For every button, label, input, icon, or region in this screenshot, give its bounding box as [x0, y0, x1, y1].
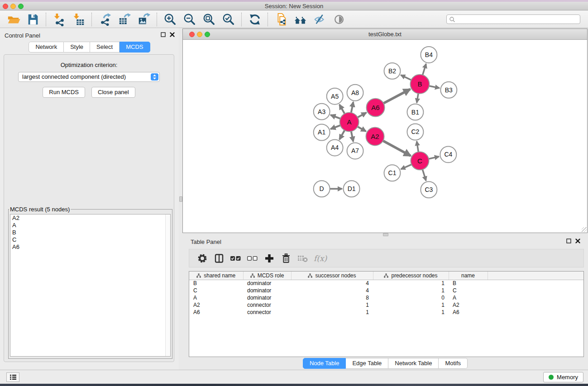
table-cell[interactable]: C	[189, 287, 243, 294]
close-panel-icon[interactable]	[170, 32, 175, 37]
table-cell[interactable]: 1	[291, 301, 373, 309]
graph-node-A8[interactable]: A8	[347, 85, 363, 101]
table-cell[interactable]: dominator	[243, 287, 291, 294]
run-mcds-button[interactable]: Run MCDS	[43, 87, 85, 98]
table-cell[interactable]: 4	[291, 287, 373, 294]
table-row[interactable]: A2connector11A2	[189, 301, 583, 309]
table-cell[interactable]: connector	[243, 309, 291, 316]
zoom-out-button[interactable]	[180, 12, 199, 27]
select-stepper-icon[interactable]	[151, 73, 158, 81]
graph-node-C4[interactable]: C4	[440, 146, 456, 162]
table-cell[interactable]: A2	[189, 301, 243, 309]
table-row[interactable]: Cdominator41C	[189, 287, 583, 294]
clone-network-button[interactable]	[271, 12, 291, 27]
close-panel-button[interactable]: Close panel	[91, 87, 135, 98]
delete-row-button[interactable]	[277, 251, 294, 266]
close-panel-icon[interactable]	[575, 238, 580, 243]
network-window-titlebar[interactable]: testGlobe.txt	[183, 29, 587, 40]
memory-button[interactable]: Memory	[543, 372, 583, 382]
graph-node-C3[interactable]: C3	[421, 181, 437, 198]
node-table[interactable]: shared nameMCDS rolesuccessor nodesprede…	[189, 272, 583, 316]
table-cell[interactable]: A	[189, 294, 243, 301]
hide-selected-button[interactable]	[310, 12, 330, 27]
tab-network-table[interactable]: Network Table	[388, 358, 439, 369]
graph-node-A7[interactable]: A7	[347, 143, 363, 159]
graph-node-B2[interactable]: B2	[384, 63, 401, 79]
graph-node-D1[interactable]: D1	[344, 181, 360, 197]
show-columns-button[interactable]	[210, 251, 227, 266]
graph-node-A2[interactable]: A2	[366, 128, 384, 146]
table-cell[interactable]: connector	[243, 301, 291, 309]
graph-node-A6[interactable]: A6	[367, 99, 385, 117]
graph-node-C[interactable]: C	[411, 152, 429, 170]
task-history-button[interactable]	[6, 372, 19, 382]
column-header-name[interactable]: name	[449, 272, 488, 280]
search-input[interactable]	[446, 14, 580, 24]
table-cell[interactable]: B	[449, 280, 488, 287]
import-network-button[interactable]	[49, 12, 69, 27]
column-header-shared-name[interactable]: shared name	[189, 272, 243, 280]
table-cell[interactable]: A6	[189, 309, 243, 316]
tab-edge-table[interactable]: Edge Table	[346, 358, 388, 369]
table-cell[interactable]: 0	[373, 294, 449, 301]
table-cell[interactable]: 1	[373, 309, 449, 316]
show-all-button[interactable]	[291, 12, 310, 27]
mcds-result-item[interactable]: A2	[10, 214, 170, 222]
graph-node-A3[interactable]: A3	[314, 104, 330, 120]
network-graph[interactable]: B4B2B3A5A8A3B1A1C2A4A7C4C1C3DD1BA6AA2C	[183, 40, 587, 233]
window-resize-handle[interactable]	[582, 227, 587, 232]
table-cell[interactable]: B	[189, 280, 243, 287]
criterion-select[interactable]: largest connected component (directed)	[18, 72, 160, 82]
show-selected-button[interactable]	[330, 12, 349, 27]
zoom-in-button[interactable]	[160, 12, 180, 27]
table-options-button[interactable]	[194, 251, 210, 266]
float-panel-icon[interactable]	[566, 238, 571, 243]
tab-network[interactable]: Network	[29, 42, 64, 52]
open-session-button[interactable]	[4, 12, 23, 27]
graph-node-B1[interactable]: B1	[407, 104, 423, 120]
save-session-button[interactable]	[23, 12, 43, 27]
table-cell[interactable]: 4	[291, 280, 373, 287]
tab-select[interactable]: Select	[90, 42, 120, 52]
table-row[interactable]: Adominator80A	[189, 294, 583, 301]
table-cell[interactable]: 1	[373, 301, 449, 309]
network-canvas[interactable]: B4B2B3A5A8A3B1A1C2A4A7C4C1C3DD1BA6AA2C	[183, 40, 587, 233]
apply-layout-button[interactable]	[245, 12, 264, 27]
zoom-fit-button[interactable]	[199, 12, 219, 27]
table-row[interactable]: A6connector11A6	[189, 309, 583, 316]
table-cell[interactable]: 1	[291, 309, 373, 316]
zoom-selected-button[interactable]	[219, 12, 238, 27]
graph-node-A[interactable]: A	[340, 113, 359, 132]
tab-style[interactable]: Style	[64, 42, 90, 52]
table-cell[interactable]: A	[449, 294, 488, 301]
export-table-button[interactable]	[115, 12, 134, 27]
export-network-button[interactable]	[95, 12, 115, 27]
tab-motifs[interactable]: Motifs	[439, 358, 468, 369]
import-table-button[interactable]	[69, 12, 88, 27]
table-cell[interactable]: A6	[449, 309, 488, 316]
select-all-button[interactable]	[227, 251, 244, 266]
table-cell[interactable]: dominator	[243, 280, 291, 287]
table-cell[interactable]: 8	[291, 294, 373, 301]
graph-node-B[interactable]: B	[410, 75, 429, 94]
unselect-all-button[interactable]	[244, 251, 261, 266]
graph-node-C1[interactable]: C1	[384, 165, 401, 181]
table-cell[interactable]: 1	[373, 287, 449, 294]
graph-node-A4[interactable]: A4	[327, 139, 343, 156]
table-row[interactable]: Bdominator41B	[189, 280, 583, 287]
table-cell[interactable]: C	[449, 287, 488, 294]
table-cell[interactable]: dominator	[243, 294, 291, 301]
float-panel-icon[interactable]	[161, 32, 166, 37]
export-image-button[interactable]	[134, 12, 153, 27]
table-cell[interactable]: A2	[449, 301, 488, 309]
mcds-result-scrollbar[interactable]	[165, 214, 170, 356]
tab-mcds[interactable]: MCDS	[120, 42, 150, 52]
function-builder-button[interactable]: f(x)	[314, 254, 327, 263]
mcds-result-item[interactable]: B	[10, 229, 170, 236]
graph-node-D[interactable]: D	[314, 181, 330, 197]
graph-node-A1[interactable]: A1	[314, 124, 330, 141]
column-header-mcds-role[interactable]: MCDS role	[243, 272, 291, 280]
graph-node-A5[interactable]: A5	[327, 88, 343, 105]
delete-table-button[interactable]	[294, 251, 311, 266]
mcds-result-item[interactable]: A	[10, 222, 170, 229]
